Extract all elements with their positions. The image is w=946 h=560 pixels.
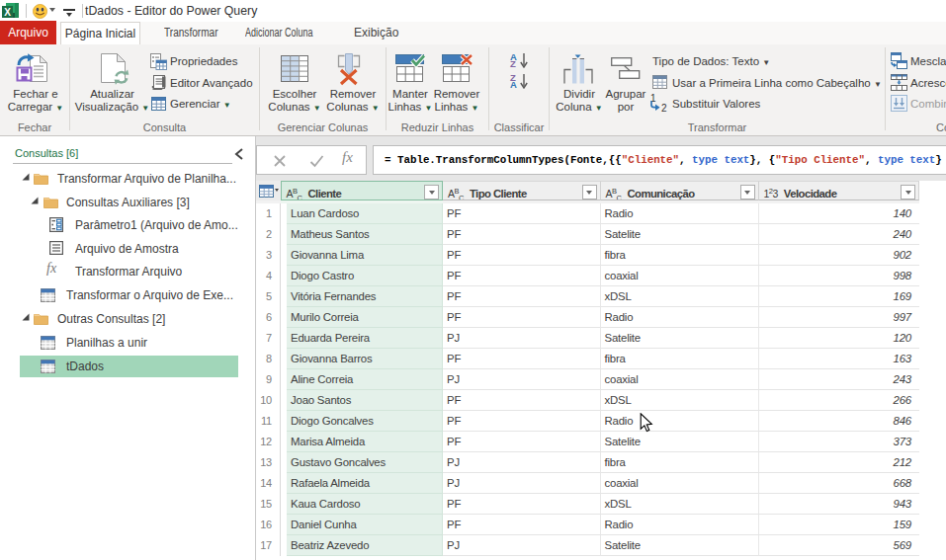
svg-text:X: X — [4, 7, 11, 18]
